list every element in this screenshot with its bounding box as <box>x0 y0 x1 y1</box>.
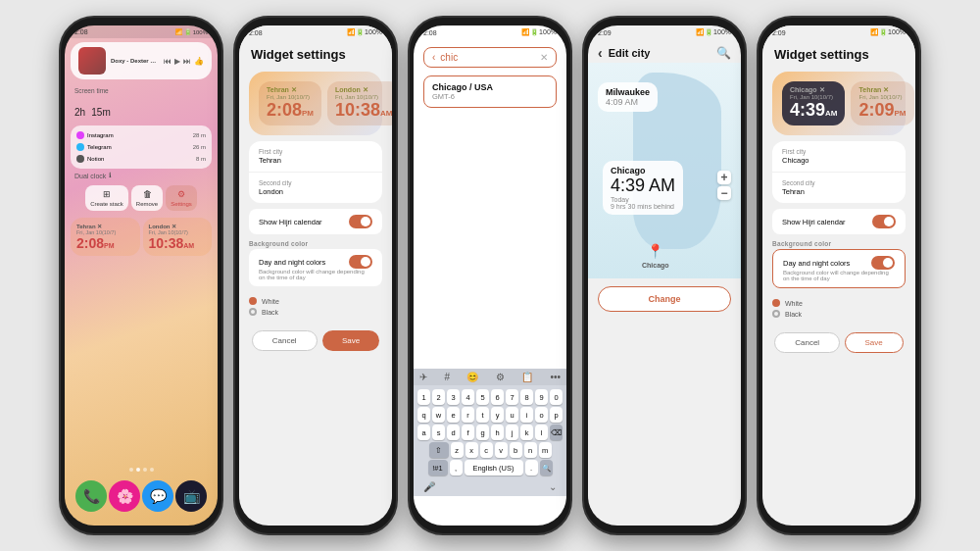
bixby-app-icon[interactable]: 🌸 <box>109 480 140 512</box>
second-city-item[interactable]: Second city London <box>249 173 382 203</box>
white-radio[interactable] <box>249 297 257 305</box>
kb-d[interactable]: d <box>447 425 460 440</box>
kb-icon-3[interactable]: 😊 <box>466 372 478 382</box>
kb-key-3[interactable]: 3 <box>447 389 460 405</box>
search-icon[interactable]: 🔍 <box>716 46 731 60</box>
phone5-cancel-button[interactable]: Cancel <box>774 332 840 353</box>
kb-special[interactable]: !#1 <box>428 460 448 476</box>
play-icon[interactable]: ▶ <box>174 57 180 66</box>
remove-btn[interactable]: 🗑 Remove <box>131 185 163 211</box>
kb-r[interactable]: r <box>462 407 474 423</box>
search-input[interactable]: chic <box>440 52 535 63</box>
phone-4: 2:09 📶🔋100% ‹ Edit city 🔍 Milwaukee 4:09… <box>582 16 747 535</box>
kb-search-btn[interactable]: 🔍 <box>540 460 553 476</box>
kb-key-0[interactable]: 0 <box>550 389 563 405</box>
kb-key-8[interactable]: 8 <box>520 389 533 405</box>
kb-a[interactable]: a <box>417 425 430 440</box>
next-icon[interactable]: ⏭ <box>183 57 191 66</box>
kb-u[interactable]: u <box>506 407 518 423</box>
kb-f[interactable]: f <box>462 425 474 440</box>
phone-1: 2:08 📶 🔋 100% Doxy - Dexter King & Massi… <box>59 16 223 535</box>
phone5-save-button[interactable]: Save <box>845 332 904 353</box>
kb-x[interactable]: x <box>466 442 478 458</box>
hijri-toggle[interactable] <box>349 215 372 228</box>
kb-shift[interactable]: ⇧ <box>429 442 449 458</box>
kb-j[interactable]: j <box>506 425 518 440</box>
kb-z[interactable]: z <box>451 442 464 458</box>
phone5-day-night-toggle[interactable] <box>871 256 895 270</box>
kb-c[interactable]: c <box>480 442 493 458</box>
nav-dot-1 <box>129 468 133 472</box>
samsung-tv-icon[interactable]: 📺 <box>175 480 207 512</box>
phone5-black-radio[interactable] <box>772 310 780 318</box>
kb-y[interactable]: y <box>491 407 504 423</box>
kb-n[interactable]: n <box>524 442 537 458</box>
kb-key-1[interactable]: 1 <box>417 389 430 405</box>
phone5-hijri-toggle[interactable] <box>872 215 896 228</box>
kb-period[interactable]: . <box>525 460 538 476</box>
kb-key-9[interactable]: 9 <box>535 389 548 405</box>
kb-e[interactable]: e <box>447 407 460 423</box>
kb-key-5[interactable]: 5 <box>476 389 489 405</box>
change-button[interactable]: Change <box>598 286 731 312</box>
kb-l[interactable]: l <box>535 425 548 440</box>
clear-icon[interactable]: ✕ <box>540 52 548 63</box>
kb-space[interactable]: English (US) <box>465 460 523 476</box>
phone4-screen: 2:09 📶🔋100% ‹ Edit city 🔍 Milwaukee 4:09… <box>588 25 741 526</box>
kb-key-7[interactable]: 7 <box>506 389 518 405</box>
kb-icon-4[interactable]: ⚙ <box>496 372 505 382</box>
kb-m[interactable]: m <box>539 442 552 458</box>
kb-icon-1[interactable]: ✈ <box>419 372 427 382</box>
second-city-label: Second city <box>259 179 372 186</box>
kb-comma[interactable]: , <box>450 460 463 476</box>
milwaukee-name: Milwaukee <box>606 87 650 97</box>
kb-o[interactable]: o <box>535 407 548 423</box>
kb-q[interactable]: q <box>417 407 430 423</box>
kb-icon-2[interactable]: # <box>444 372 450 382</box>
black-radio[interactable] <box>249 308 257 316</box>
kb-row-asdf: a s d f g h j k l ⌫ <box>416 425 564 440</box>
kb-p[interactable]: p <box>550 407 563 423</box>
kb-t[interactable]: t <box>476 407 489 423</box>
cancel-button[interactable]: Cancel <box>252 330 318 351</box>
search-result[interactable]: Chicago / USA GMT-6 <box>423 75 557 108</box>
phone5-first-city-item[interactable]: First city Chicago <box>772 141 906 173</box>
kb-icon-5[interactable]: 📋 <box>521 372 533 382</box>
prev-icon[interactable]: ⏮ <box>164 57 172 66</box>
kb-key-2[interactable]: 2 <box>432 389 445 405</box>
zoom-in-btn[interactable]: + <box>717 171 731 184</box>
back-arrow-icon[interactable]: ‹ <box>432 52 435 63</box>
search-bar[interactable]: ‹ chic ✕ <box>423 47 557 68</box>
phone5-second-city-item[interactable]: Second city Tehran <box>772 173 906 203</box>
settings-btn[interactable]: ⚙ Settings <box>166 185 197 211</box>
create-stack-btn[interactable]: ⊞ Create stack <box>85 185 128 211</box>
messages-app-icon[interactable]: 💬 <box>142 480 173 512</box>
music-art <box>78 47 106 75</box>
first-city-item[interactable]: First city Tehran <box>249 141 382 173</box>
bottom-buttons: Cancel Save <box>239 323 392 359</box>
kb-i[interactable]: i <box>520 407 533 423</box>
kb-key-6[interactable]: 6 <box>491 389 504 405</box>
music-widget[interactable]: Doxy - Dexter King & Massimo Faraò Trio … <box>71 42 212 79</box>
save-button[interactable]: Save <box>322 330 379 351</box>
action-buttons: ⊞ Create stack 🗑 Remove ⚙ Settings <box>65 182 218 214</box>
kb-h[interactable]: h <box>491 425 504 440</box>
like-icon[interactable]: 👍 <box>194 57 204 66</box>
kb-g[interactable]: g <box>476 425 489 440</box>
map-pin-chicago: 📍 <box>647 243 663 259</box>
kb-backspace[interactable]: ⌫ <box>550 425 563 440</box>
day-night-toggle[interactable] <box>349 255 372 269</box>
phone-app-icon[interactable]: 📞 <box>75 480 107 512</box>
kb-s[interactable]: s <box>432 425 445 440</box>
kb-w[interactable]: w <box>432 407 445 423</box>
kb-b[interactable]: b <box>510 442 522 458</box>
kb-icon-6[interactable]: ••• <box>550 372 561 382</box>
kb-v[interactable]: v <box>495 442 508 458</box>
zoom-out-btn[interactable]: − <box>717 186 731 200</box>
chevron-down-icon[interactable]: ⌄ <box>549 481 557 492</box>
kb-k[interactable]: k <box>520 425 533 440</box>
back-arrow-icon[interactable]: ‹ <box>598 45 603 61</box>
mic-icon[interactable]: 🎤 <box>423 481 435 492</box>
kb-key-4[interactable]: 4 <box>462 389 474 405</box>
phone5-white-radio[interactable] <box>772 299 780 307</box>
